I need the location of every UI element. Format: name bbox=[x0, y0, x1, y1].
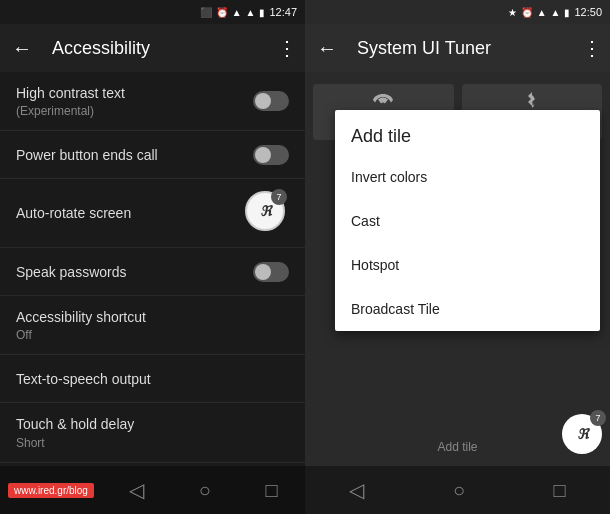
add-tile-dropdown: Add tile Invert colors Cast Hotspot Broa… bbox=[335, 110, 600, 331]
dropdown-item-cast[interactable]: Cast bbox=[335, 199, 600, 243]
left-time: 12:47 bbox=[269, 6, 297, 18]
alarm-icon: ⏰ bbox=[216, 7, 228, 18]
display-section-header: Display bbox=[0, 463, 305, 466]
right-fab-logo: ℜ bbox=[577, 426, 588, 442]
wifi-icon: ▲ bbox=[232, 7, 242, 18]
setting-tts[interactable]: Text-to-speech output bbox=[0, 355, 305, 403]
left-toolbar-title: Accessibility bbox=[52, 38, 269, 59]
speak-passwords-toggle[interactable] bbox=[253, 262, 289, 282]
right-nav-recent[interactable]: □ bbox=[554, 479, 566, 502]
right-bluetooth-icon: ★ bbox=[508, 7, 517, 18]
setting-auto-rotate-title: Auto-rotate screen bbox=[16, 204, 245, 222]
right-nav-home[interactable]: ○ bbox=[453, 479, 465, 502]
setting-accessibility-shortcut[interactable]: Accessibility shortcut Off bbox=[0, 296, 305, 355]
right-alarm-icon: ⏰ bbox=[521, 7, 533, 18]
setting-touch-hold-subtitle: Short bbox=[16, 436, 289, 450]
left-nav-home[interactable]: ○ bbox=[199, 479, 211, 502]
left-toolbar: ← Accessibility ⋮ bbox=[0, 24, 305, 72]
setting-high-contrast-title: High contrast text bbox=[16, 84, 253, 102]
left-nav-back[interactable]: ◁ bbox=[129, 478, 144, 502]
setting-power-button[interactable]: Power button ends call bbox=[0, 131, 305, 179]
right-panel: ★ ⏰ ▲ ▲ ▮ 12:50 ← System UI Tuner ⋮ Wi-F… bbox=[305, 0, 610, 514]
left-status-bar: ⬛ ⏰ ▲ ▲ ▮ 12:47 bbox=[0, 0, 305, 24]
setting-speak-passwords[interactable]: Speak passwords bbox=[0, 248, 305, 296]
setting-touch-hold-title: Touch & hold delay bbox=[16, 415, 289, 433]
settings-list: High contrast text (Experimental) Power … bbox=[0, 72, 305, 466]
setting-accessibility-shortcut-title: Accessibility shortcut bbox=[16, 308, 289, 326]
left-back-button[interactable]: ← bbox=[8, 33, 36, 64]
setting-high-contrast[interactable]: High contrast text (Experimental) bbox=[0, 72, 305, 131]
right-wifi-icon: ▲ bbox=[537, 7, 547, 18]
right-battery-icon: ▮ bbox=[564, 7, 570, 18]
fab-logo: ℜ bbox=[260, 203, 271, 219]
left-panel: ⬛ ⏰ ▲ ▲ ▮ 12:47 ← Accessibility ⋮ High c… bbox=[0, 0, 305, 514]
right-nav-back[interactable]: ◁ bbox=[349, 478, 364, 502]
setting-high-contrast-subtitle: (Experimental) bbox=[16, 104, 253, 118]
setting-power-button-title: Power button ends call bbox=[16, 146, 253, 164]
setting-speak-passwords-title: Speak passwords bbox=[16, 263, 253, 281]
right-fab[interactable]: 7 ℜ bbox=[562, 414, 602, 454]
left-nav-recent[interactable]: □ bbox=[266, 479, 278, 502]
right-status-bar: ★ ⏰ ▲ ▲ ▮ 12:50 bbox=[305, 0, 610, 24]
left-fab[interactable]: 7 ℜ bbox=[245, 191, 285, 231]
dropdown-item-invert-colors[interactable]: Invert colors bbox=[335, 155, 600, 199]
right-signal-icon: ▲ bbox=[551, 7, 561, 18]
high-contrast-toggle[interactable] bbox=[253, 91, 289, 111]
battery-icon: ▮ bbox=[259, 7, 265, 18]
dropdown-item-hotspot[interactable]: Hotspot bbox=[335, 243, 600, 287]
left-more-button[interactable]: ⋮ bbox=[277, 36, 297, 60]
fab-badge: 7 bbox=[271, 189, 287, 205]
right-toolbar-title: System UI Tuner bbox=[357, 38, 574, 59]
dropdown-item-broadcast-tile[interactable]: Broadcast Tile bbox=[335, 287, 600, 331]
power-button-toggle[interactable] bbox=[253, 145, 289, 165]
dropdown-title: Add tile bbox=[335, 110, 600, 155]
url-bar: www.ired.gr/blog bbox=[8, 483, 94, 498]
right-more-button[interactable]: ⋮ bbox=[582, 36, 602, 60]
setting-auto-rotate[interactable]: Auto-rotate screen 7 ℜ bbox=[0, 179, 305, 248]
right-nav-bar: ◁ ○ □ bbox=[305, 466, 610, 514]
left-nav-bar: www.ired.gr/blog ◁ ○ □ bbox=[0, 466, 305, 514]
right-fab-badge: 7 bbox=[590, 410, 606, 426]
right-toolbar: ← System UI Tuner ⋮ bbox=[305, 24, 610, 72]
setting-accessibility-shortcut-subtitle: Off bbox=[16, 328, 289, 342]
setting-tts-title: Text-to-speech output bbox=[16, 370, 289, 388]
bluetooth-icon: ⬛ bbox=[200, 7, 212, 18]
signal-icon: ▲ bbox=[246, 7, 256, 18]
setting-touch-hold[interactable]: Touch & hold delay Short bbox=[0, 403, 305, 462]
right-time: 12:50 bbox=[574, 6, 602, 18]
right-back-button[interactable]: ← bbox=[313, 33, 341, 64]
